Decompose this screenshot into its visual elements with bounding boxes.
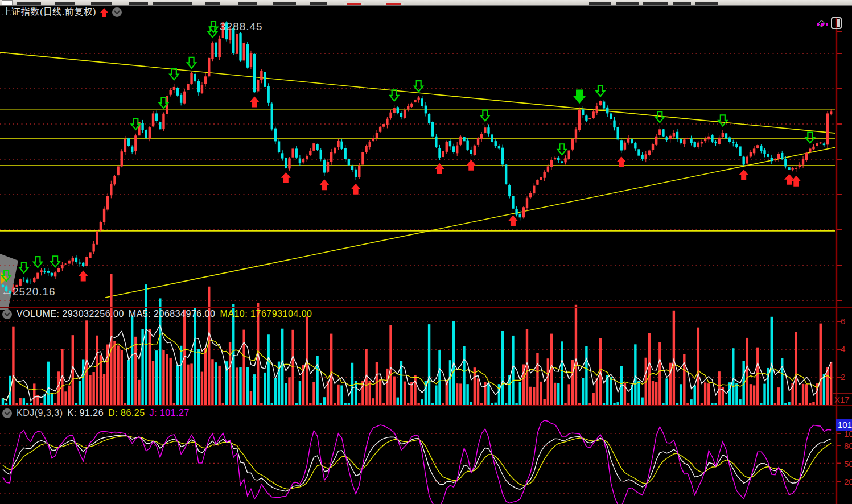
collapse-main-pane-icon[interactable] bbox=[112, 7, 122, 17]
volume-tick-label: 6 bbox=[841, 316, 845, 326]
left-edge-decor bbox=[0, 254, 18, 310]
kdj-d-label: D: 86.25 bbox=[108, 408, 145, 418]
axes-layer bbox=[0, 17, 852, 504]
peak-price-label: 3288.45 bbox=[220, 20, 263, 33]
kdj-j-label: J: 101.27 bbox=[150, 408, 190, 418]
volume-ma5-label: MA5: 206834976.00 bbox=[129, 309, 216, 319]
more-dots-icon[interactable] bbox=[817, 23, 828, 26]
kdj-tick-label: 50 bbox=[844, 459, 852, 469]
volume-ma-lines bbox=[3, 325, 831, 401]
app-window: 上证指数(日线.前复权) ◇ 3288.45 ←2520.16 VOLUME: … bbox=[0, 0, 852, 504]
kdj-pane-header: KDJ(9,3,3) K: 91.26 D: 86.25 J: 101.27 bbox=[2, 408, 190, 418]
collapse-kdj-pane-icon[interactable] bbox=[2, 408, 12, 418]
volume-pane-header: VOLUME: 293032256.00 MA5: 206834976.00 M… bbox=[2, 309, 312, 319]
chart-canvas[interactable] bbox=[0, 0, 852, 504]
volume-unit-label: X17 bbox=[834, 395, 850, 404]
candles-layer bbox=[2, 21, 833, 296]
kdj-lines bbox=[3, 420, 831, 504]
collapse-volume-pane-icon[interactable] bbox=[2, 309, 12, 319]
volume-value-label: VOLUME: 293032256.00 bbox=[17, 309, 124, 319]
trend-up-arrow-icon[interactable] bbox=[100, 8, 108, 17]
low-price-label: ←2520.16 bbox=[1, 286, 56, 298]
volume-ma10-label: MA10: 176793104.00 bbox=[220, 309, 312, 319]
main-gridlines bbox=[0, 53, 837, 493]
kdj-tick-label: 80 bbox=[844, 441, 852, 451]
kdj-current-value-badge: 101 bbox=[836, 419, 852, 431]
chart-title: 上证指数(日线.前复权) bbox=[2, 6, 96, 18]
kdj-k-label: K: 91.26 bbox=[67, 408, 104, 418]
volume-tick-label: 2 bbox=[841, 372, 845, 382]
yellow-trendlines bbox=[0, 52, 835, 298]
kdj-name-label: KDJ(9,3,3) bbox=[17, 408, 63, 418]
panel-toggle-icon[interactable] bbox=[831, 17, 842, 29]
volume-tick-label: 4 bbox=[841, 344, 845, 354]
chart-titlebar: 上证指数(日线.前复权) bbox=[2, 6, 122, 18]
kdj-tick-label: 20 bbox=[844, 477, 852, 486]
